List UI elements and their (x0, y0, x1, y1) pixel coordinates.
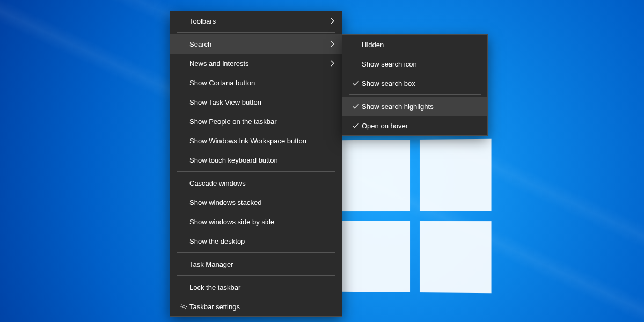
check-icon (350, 103, 362, 110)
menu-item-label: Task Manager (189, 260, 334, 268)
chevron-right-icon (327, 41, 334, 47)
menu-separator (349, 94, 481, 95)
menu-item-label: Open on hover (362, 122, 480, 130)
menu-item-label: Toolbars (189, 17, 327, 25)
menu-item-show-people-on-the-taskbar[interactable]: Show People on the taskbar (170, 112, 342, 131)
chevron-right-icon (327, 18, 334, 24)
menu-item-label: Show search highlights (362, 103, 480, 111)
submenu-item-show-search-highlights[interactable]: Show search highlights (342, 97, 487, 116)
menu-separator (177, 252, 335, 253)
submenu-item-show-search-icon[interactable]: Show search icon (342, 54, 487, 74)
gear-icon (178, 303, 189, 311)
menu-item-label: Show windows stacked (189, 199, 334, 207)
search-submenu: Hidden Show search icon Show search box … (342, 34, 488, 136)
menu-item-label: Show Task View button (189, 98, 334, 106)
desktop-wallpaper: Toolbars Search News and interests Show … (0, 0, 644, 322)
menu-item-label: Show Cortana button (189, 79, 334, 87)
menu-item-taskbar-settings[interactable]: Taskbar settings (170, 297, 342, 316)
check-icon (350, 122, 362, 129)
menu-item-lock-the-taskbar[interactable]: Lock the taskbar (170, 277, 342, 297)
menu-separator (177, 171, 335, 172)
menu-item-show-cortana-button[interactable]: Show Cortana button (170, 73, 342, 92)
submenu-item-open-on-hover[interactable]: Open on hover (342, 116, 487, 135)
menu-item-label: News and interests (189, 60, 327, 68)
chevron-right-icon (327, 60, 334, 67)
menu-item-show-windows-side-by-side[interactable]: Show windows side by side (170, 212, 342, 231)
menu-item-search[interactable]: Search (170, 34, 342, 54)
menu-item-label: Hidden (362, 41, 480, 49)
submenu-item-hidden[interactable]: Hidden (342, 35, 487, 54)
menu-separator (177, 32, 335, 33)
menu-separator (177, 275, 335, 276)
menu-item-show-touch-keyboard-button[interactable]: Show touch keyboard button (170, 150, 342, 170)
check-icon (350, 79, 362, 87)
menu-item-show-windows-ink-workspace-button[interactable]: Show Windows Ink Workspace button (170, 131, 342, 150)
menu-item-label: Show People on the taskbar (189, 118, 334, 126)
svg-point-0 (182, 305, 185, 308)
menu-item-label: Show windows side by side (189, 218, 334, 226)
menu-item-toolbars[interactable]: Toolbars (170, 11, 342, 31)
menu-item-task-manager[interactable]: Task Manager (170, 254, 342, 274)
menu-item-label: Show touch keyboard button (189, 156, 334, 164)
menu-item-cascade-windows[interactable]: Cascade windows (170, 173, 342, 193)
menu-item-news-and-interests[interactable]: News and interests (170, 54, 342, 73)
menu-item-label: Search (189, 40, 327, 48)
submenu-item-show-search-box[interactable]: Show search box (342, 74, 487, 93)
menu-item-label: Taskbar settings (189, 303, 334, 311)
menu-item-label: Show Windows Ink Workspace button (189, 137, 334, 145)
menu-item-label: Cascade windows (189, 179, 334, 187)
windows-logo (339, 139, 491, 294)
taskbar-context-menu: Toolbars Search News and interests Show … (170, 11, 342, 317)
menu-item-label: Show the desktop (189, 237, 334, 245)
menu-item-show-windows-stacked[interactable]: Show windows stacked (170, 193, 342, 212)
menu-item-show-the-desktop[interactable]: Show the desktop (170, 231, 342, 251)
menu-item-label: Show search icon (362, 60, 480, 68)
menu-item-show-task-view-button[interactable]: Show Task View button (170, 92, 342, 112)
menu-item-label: Lock the taskbar (189, 283, 334, 291)
menu-item-label: Show search box (362, 79, 480, 87)
